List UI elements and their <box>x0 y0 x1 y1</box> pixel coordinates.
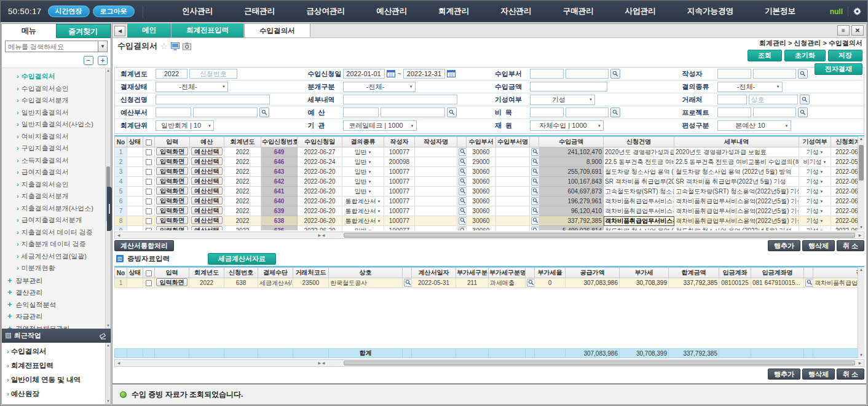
grid-dropdown-cell[interactable]: 일반▼ <box>342 167 384 177</box>
sidebar-item[interactable]: +결산관리 <box>2 286 111 299</box>
grid-cell[interactable]: 96,120,410 <box>539 206 604 216</box>
bill-merge-button[interactable]: 계산서통합처리 <box>114 240 174 251</box>
grid-cell[interactable]: 2022 <box>224 187 261 197</box>
dropdown-arrow-icon[interactable]: ▼ <box>368 180 372 184</box>
grid-cell[interactable] <box>415 157 457 167</box>
grid-cell[interactable] <box>127 187 143 197</box>
grid-cell[interactable]: 2022 <box>224 177 261 187</box>
table-row[interactable]: 2입력화면예산선택20226462022-06-24일반▼20009829000… <box>115 157 858 167</box>
row-checkbox[interactable] <box>146 198 152 205</box>
extend-time-button[interactable]: 시간연장 <box>48 6 90 17</box>
grid-cell[interactable]: 객차비품취급업무서비스용역(2022년5월) 기성 <box>674 216 799 226</box>
grid-budget-select-button[interactable]: 예산선택 <box>191 216 223 224</box>
sidebar-item[interactable]: ›수입결의서분개 <box>2 95 111 107</box>
grid-budget-select-button[interactable]: 예산선택 <box>191 177 223 185</box>
grid-cell[interactable] <box>415 197 457 206</box>
grid-cell[interactable] <box>127 216 143 226</box>
grid-cell[interactable]: 30,708,399 <box>620 278 669 288</box>
grid-dropdown-cell[interactable]: 기성▼ <box>799 187 831 197</box>
table-row[interactable]: 5입력화면예산선택20226412022-06-20일반▼10007730060… <box>115 187 858 197</box>
form-select[interactable]: 자체수입 | 1000▼ <box>530 120 604 131</box>
dropdown-arrow-icon[interactable]: ▼ <box>820 180 824 184</box>
lookup-button[interactable] <box>531 158 539 166</box>
column-header-dept[interactable]: 수입부서 <box>467 137 496 147</box>
lookup-button[interactable] <box>459 197 467 205</box>
grid-cell[interactable]: 철도차량 청소사업 용역 (2... <box>604 167 674 177</box>
column-header-amount[interactable]: 수입금액 <box>539 137 604 147</box>
column-header-vat_code[interactable]: 부가세구분 <box>456 268 489 278</box>
add-row-button[interactable]: 행추가 <box>768 369 800 380</box>
form-input[interactable] <box>717 95 747 104</box>
form-select[interactable]: 일반회계 | 10▼ <box>156 120 214 131</box>
sidebar-item[interactable]: +장부관리 <box>2 275 111 287</box>
pane-split-icon[interactable]: ▶ ◀ <box>318 232 325 238</box>
menu-search-input[interactable] <box>5 41 98 52</box>
form-input[interactable] <box>343 107 379 117</box>
grid-cell[interactable]: 2022-06-20 <box>831 216 858 226</box>
grid-cell[interactable]: 307,083,986 <box>566 278 620 288</box>
grid-dropdown-cell[interactable]: 기성▼ <box>799 177 831 187</box>
grid-input-screen-button[interactable]: 입력화면 <box>156 197 188 205</box>
grid-cell[interactable]: 2022-06-27 <box>298 147 342 157</box>
grid-cell[interactable]: 241,102,470 <box>539 147 604 157</box>
grid-cell[interactable]: 객차비품취급업무서비스용역(2022년5월) 기성 <box>674 197 799 206</box>
form-input[interactable] <box>156 69 187 79</box>
grid-cell[interactable]: 2022 <box>224 206 261 216</box>
scroll-up-icon[interactable]: ▲ <box>106 343 111 348</box>
column-header-s3[interactable] <box>804 268 813 278</box>
dropdown-arrow-icon[interactable]: ▼ <box>820 219 824 223</box>
lookup-button[interactable] <box>531 178 539 185</box>
grid-cell[interactable]: 200098 <box>384 157 415 167</box>
lookup-button[interactable] <box>531 187 539 195</box>
form-select[interactable]: -전체-▼ <box>343 82 416 92</box>
sidebar-item[interactable]: ›수입결의서승인 <box>2 83 111 95</box>
grid-cell[interactable]: 2022-06-20 <box>831 226 858 231</box>
column-header-s2[interactable] <box>530 137 539 147</box>
row-checkbox[interactable] <box>146 280 152 286</box>
column-header-req_date[interactable]: 수입신청일 <box>298 137 342 147</box>
grid-cell[interactable] <box>496 147 530 157</box>
scroll-down-icon[interactable]: ▼ <box>858 225 864 230</box>
grid-cell[interactable]: 객차비품취급업무서비스용역(2022년5월) 기성 <box>674 206 799 216</box>
grid-dropdown-cell[interactable]: 기성▼ <box>799 167 831 177</box>
dropdown-arrow-icon[interactable]: ▼ <box>820 229 824 231</box>
tab-메인[interactable]: 메인 <box>127 23 172 37</box>
lookup-button[interactable] <box>459 158 467 166</box>
grid-cell[interactable] <box>127 167 143 177</box>
column-header-adate[interactable]: 신청회계일 <box>831 137 858 147</box>
grid-cell[interactable]: 과세매출 <box>489 278 526 288</box>
grid-cell[interactable]: 객차비품취급업무서비스용역 <box>604 216 674 226</box>
column-header-req_no[interactable]: 신청번호 <box>224 268 258 278</box>
grid-cell[interactable]: 세금계산서/... <box>258 278 293 288</box>
column-header-cb[interactable] <box>143 137 155 147</box>
search-dropdown-icon[interactable]: ▼ <box>98 41 108 52</box>
column-header-writer_name[interactable]: 작성자명 <box>415 137 457 147</box>
sidebar-item[interactable]: ›지출결의서 데이터 검증 <box>2 227 111 239</box>
window-close-icon[interactable]: ✕ <box>851 25 864 36</box>
form-input[interactable] <box>381 107 445 117</box>
grid-cell[interactable]: 640 <box>261 197 298 206</box>
sidebar-item[interactable]: ›미분개현황 <box>2 262 111 275</box>
column-header-dtype[interactable]: 결의종류 <box>342 137 384 147</box>
column-header-status[interactable]: 상태 <box>127 268 143 278</box>
grid-dropdown-cell[interactable]: 일반▼ <box>342 177 384 187</box>
window-menu-icon[interactable]: ≡ <box>837 25 850 36</box>
column-header-no[interactable]: No <box>115 268 127 278</box>
recent-item[interactable]: ›수입결의서 <box>2 345 111 359</box>
grid-cell[interactable]: 100077 <box>384 177 415 187</box>
lookup-button[interactable] <box>259 107 269 117</box>
scroll-left-icon[interactable]: ◀ <box>115 232 122 238</box>
form-input[interactable] <box>343 95 457 104</box>
lookup-button[interactable] <box>404 279 412 287</box>
grid-cell[interactable]: 2022-06-20 <box>831 197 858 206</box>
dropdown-arrow-icon[interactable]: ▼ <box>820 200 824 203</box>
topnav-item[interactable]: 급상여관리 <box>307 6 345 17</box>
sidebar-item[interactable]: ›구입지출결의서 <box>2 142 111 155</box>
column-header-status[interactable]: 상태 <box>127 137 143 147</box>
form-select[interactable]: -전체-▼ <box>717 82 783 92</box>
grid-cell[interactable]: 2020년도 경영평가성과급 보험료 <box>674 147 799 157</box>
grid-cell[interactable] <box>496 197 530 206</box>
lookup-button[interactable] <box>531 168 539 176</box>
grid-input-screen-button[interactable]: 입력화면 <box>156 147 188 155</box>
grid-cell[interactable]: 100077 <box>384 197 415 206</box>
